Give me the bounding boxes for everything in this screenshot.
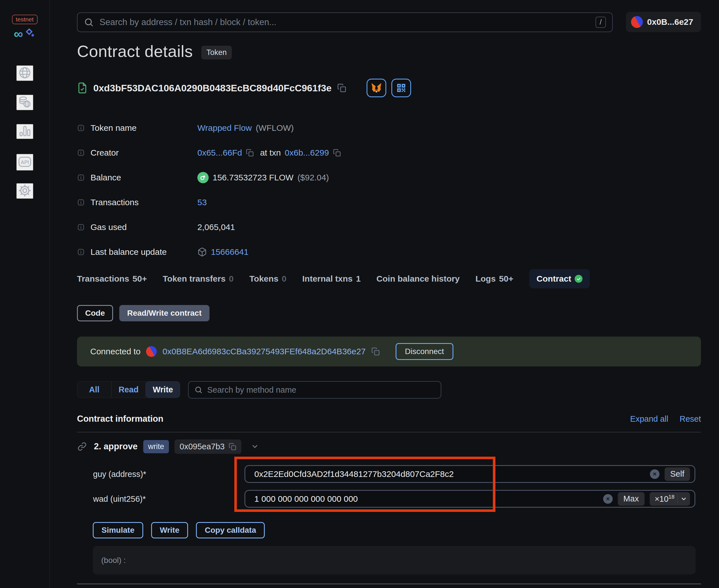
wad-field: × Max ×1018: [244, 490, 695, 508]
sidebar-item-tokens[interactable]: [16, 95, 33, 110]
max-button[interactable]: Max: [618, 492, 644, 506]
tab-token-transfers[interactable]: Token transfers0: [163, 274, 234, 284]
info-label: Balance: [90, 173, 121, 182]
info-icon[interactable]: [77, 223, 85, 231]
method-actions: Simulate Write Copy calldata: [93, 522, 265, 539]
divider: [677, 495, 678, 503]
copy-calldata-button[interactable]: Copy calldata: [196, 522, 265, 539]
app-logo-icon[interactable]: ∞: [14, 27, 36, 43]
tab-tokens[interactable]: Tokens0: [249, 274, 287, 284]
transactions-count-link[interactable]: 53: [198, 197, 207, 207]
clear-wad-icon[interactable]: ×: [603, 494, 613, 504]
link-anchor-icon[interactable]: [78, 442, 86, 451]
segment-write[interactable]: Write: [146, 381, 180, 398]
contract-info-list: Token name Wrapped Flow(WFLOW) Creator 0…: [77, 115, 638, 265]
slash-shortcut-key: /: [596, 17, 606, 28]
token-symbol: (WFLOW): [256, 123, 294, 133]
info-icon[interactable]: [77, 149, 85, 157]
connected-wallet-address[interactable]: 0x0B8EA6d6983cCBa39275493FEf648a2D64B36e…: [162, 347, 366, 356]
chevron-down-icon: [680, 496, 687, 502]
tab-transactions[interactable]: Transactions50+: [77, 274, 147, 284]
balance-value: 156.73532723 FLOW: [212, 173, 293, 182]
segment-all[interactable]: All: [77, 381, 112, 398]
api-icon: API: [18, 154, 32, 169]
method-search-input[interactable]: [207, 385, 435, 395]
metamask-fox-icon: [370, 82, 382, 94]
wad-amount-input[interactable]: [245, 494, 603, 504]
info-row-token-name: Token name Wrapped Flow(WFLOW): [77, 115, 638, 140]
info-icon[interactable]: [77, 174, 85, 182]
wad-field-label: wad (uint256)*: [93, 495, 146, 503]
tab-internal-txns[interactable]: Internal txns1: [302, 274, 361, 284]
verified-check-icon: [575, 275, 582, 283]
add-to-metamask-button[interactable]: [367, 79, 386, 97]
block-cube-icon: [198, 247, 207, 257]
wallet-avatar: [146, 346, 157, 357]
read-write-contract-tab-button[interactable]: Read/Write contract: [119, 305, 209, 321]
info-label: Creator: [90, 148, 119, 158]
expand-all-link[interactable]: Expand all: [630, 414, 668, 424]
divider: [77, 432, 701, 433]
chevron-down-icon[interactable]: [251, 443, 259, 450]
copy-selector-icon[interactable]: [229, 443, 236, 450]
account-button[interactable]: 0x0B...6e27: [626, 12, 701, 32]
info-icon[interactable]: [77, 198, 85, 206]
info-label: Transactions: [90, 197, 139, 207]
account-address: 0x0B...6e27: [647, 17, 693, 27]
qr-code-button[interactable]: [391, 79, 411, 97]
simulate-button[interactable]: Simulate: [93, 522, 143, 539]
sidebar-item-api[interactable]: API: [16, 154, 33, 170]
svg-text:∞: ∞: [14, 27, 23, 41]
method-output-panel: (bool) :: [93, 546, 696, 574]
last-balance-block-link[interactable]: 15666641: [211, 247, 248, 257]
method-search[interactable]: [188, 381, 441, 399]
copy-address-icon[interactable]: [337, 83, 346, 92]
self-button[interactable]: Self: [664, 467, 690, 481]
contract-address-row: 0xd3bF53DAC106A0290B0483EcBC89d40FcC961f…: [77, 79, 411, 97]
bar-chart-icon: [18, 125, 31, 138]
connected-to-text: Connected to: [90, 347, 140, 356]
contract-details-page: testnet ∞: [0, 0, 719, 588]
search-input[interactable]: [100, 17, 596, 27]
divider: [77, 584, 701, 584]
creation-txn-link[interactable]: 0x6b...6299: [285, 148, 329, 158]
copy-txn-icon[interactable]: [333, 149, 341, 157]
guy-address-input[interactable]: [245, 469, 650, 479]
sidebar-item-settings[interactable]: [16, 183, 33, 199]
verified-contract-icon: [77, 82, 88, 94]
sidebar-item-stats[interactable]: [16, 124, 33, 139]
method-type-segmented-control: All Read Write: [77, 381, 180, 398]
token-type-badge: Token: [201, 46, 232, 60]
wallet-connected-banner: Connected to 0x0B8EA6d6983cCBa39275493FE…: [77, 337, 701, 366]
guy-field: × Self: [244, 465, 695, 483]
segment-read[interactable]: Read: [112, 381, 146, 398]
copy-creator-icon[interactable]: [246, 149, 254, 157]
code-tab-button[interactable]: Code: [77, 305, 113, 321]
tab-coin-balance-history[interactable]: Coin balance history: [376, 274, 459, 284]
info-icon[interactable]: [77, 248, 85, 256]
sidebar-item-network[interactable]: [16, 65, 33, 81]
search-icon: [194, 385, 203, 394]
multiplier-dropdown[interactable]: ×1018: [650, 492, 690, 506]
clear-guy-icon[interactable]: ×: [650, 469, 659, 479]
method-selector-badge: 0x095ea7b3: [174, 439, 241, 454]
sidebar: testnet ∞: [0, 0, 49, 588]
info-label: Token name: [90, 123, 137, 133]
search-icon: [84, 17, 94, 27]
contract-address: 0xd3bF53DAC106A0290B0483EcBC89d40FcC961f…: [93, 83, 332, 93]
write-access-badge: write: [143, 440, 169, 453]
copy-wallet-address-icon[interactable]: [371, 347, 380, 356]
tab-contract[interactable]: Contract: [529, 269, 590, 288]
token-name-link[interactable]: Wrapped Flow: [198, 123, 252, 133]
creator-address-link[interactable]: 0x65...66Fd: [198, 148, 242, 158]
info-row-last-balance-update: Last balance update 15666641: [77, 239, 638, 265]
balance-usd: ($92.04): [297, 173, 329, 182]
method-selector: 0x095ea7b3: [180, 442, 225, 451]
global-search[interactable]: /: [77, 13, 613, 32]
write-button[interactable]: Write: [151, 522, 188, 539]
info-row-gas-used: Gas used 2,065,041: [77, 215, 638, 239]
disconnect-button[interactable]: Disconnect: [396, 343, 453, 360]
info-icon[interactable]: [77, 124, 85, 132]
reset-link[interactable]: Reset: [679, 414, 701, 424]
tab-logs[interactable]: Logs50+: [475, 274, 513, 284]
